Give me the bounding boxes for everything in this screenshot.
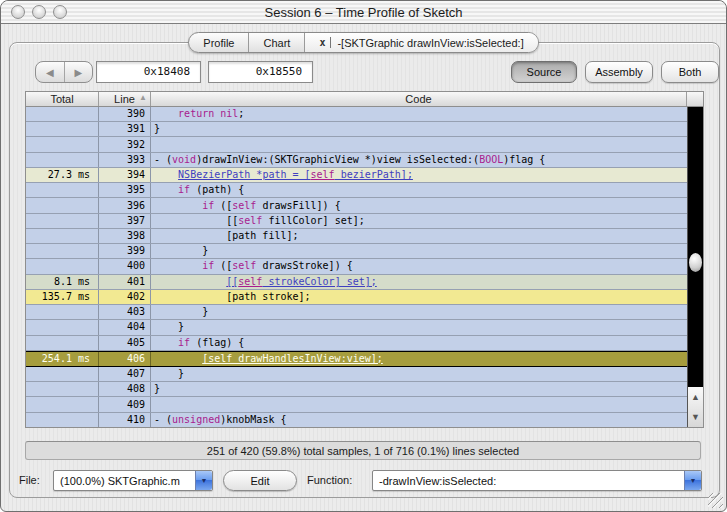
line-number-cell: 395 (99, 183, 151, 197)
code-cell: [path fill]; (151, 229, 687, 243)
total-time-cell (26, 259, 99, 273)
column-header-code[interactable]: Code (151, 92, 687, 106)
title-bar[interactable]: Session 6 – Time Profile of Sketch (1, 1, 726, 24)
line-number-cell: 408 (99, 382, 151, 396)
code-cell: - (unsigned)knobMask { (151, 413, 687, 427)
code-table-body: 390 return nil;391}392393- (void)drawInV… (26, 107, 687, 427)
table-row[interactable]: 392 (26, 137, 687, 152)
table-row[interactable]: 400 if ([self drawsStroke]) { (26, 259, 687, 274)
table-row[interactable]: 135.7 ms402 [path stroke]; (26, 290, 687, 305)
tab-profile[interactable]: Profile (189, 33, 249, 52)
zoom-window-icon[interactable] (53, 5, 67, 19)
file-dropdown-arrow-icon[interactable]: ▼ (195, 471, 212, 490)
table-row[interactable]: 409 (26, 397, 687, 412)
back-icon[interactable]: ◀ (36, 62, 65, 82)
forward-icon[interactable]: ▶ (65, 62, 93, 82)
close-window-icon[interactable] (11, 5, 25, 19)
code-cell (151, 137, 687, 151)
code-cell: } (151, 382, 687, 396)
code-cell: } (151, 320, 687, 334)
column-header-scrollbar-stub (687, 92, 703, 106)
code-cell: } (151, 305, 687, 319)
line-number-cell: 404 (99, 320, 151, 334)
close-tab-icon[interactable]: x (319, 37, 331, 48)
file-dropdown[interactable]: (100.0%) SKTGraphic.m ▼ (53, 470, 213, 491)
code-cell: if ([self drawsStroke]) { (151, 259, 687, 273)
footer-bar: File: (100.0%) SKTGraphic.m ▼ Edit Funct… (1, 470, 726, 492)
address-start-field[interactable]: 0x18408 (96, 61, 201, 83)
total-time-cell (26, 413, 99, 427)
total-time-cell (26, 229, 99, 243)
code-link[interactable]: NSBezierPath *path = [ (178, 168, 310, 182)
table-row[interactable]: 8.1 ms401 [[self strokeColor] set]; (26, 275, 687, 290)
code-table: Total Line ▲ Code 390 return nil;391}392… (25, 91, 704, 428)
function-dropdown[interactable]: -drawInView:isSelected: ▼ (372, 470, 702, 491)
window-title: Session 6 – Time Profile of Sketch (265, 5, 463, 20)
column-header-line[interactable]: Line ▲ (99, 92, 151, 106)
total-time-cell (26, 305, 99, 319)
code-cell: [self drawHandlesInView:view]; (151, 352, 687, 366)
address-end-field[interactable]: 0x18550 (208, 61, 313, 83)
file-dropdown-value: (100.0%) SKTGraphic.m (54, 475, 195, 487)
table-row[interactable]: 395 if (path) { (26, 183, 687, 198)
code-cell: if (flag) { (151, 336, 687, 350)
code-link[interactable]: strokeColor] set]; (262, 275, 376, 289)
table-row[interactable]: 403 } (26, 305, 687, 320)
table-row[interactable]: 393- (void)drawInView:(SKTGraphicView *)… (26, 153, 687, 168)
total-time-cell (26, 214, 99, 228)
table-row[interactable]: 390 return nil; (26, 107, 687, 122)
code-link[interactable]: self (311, 168, 335, 182)
code-cell: } (151, 122, 687, 136)
code-link[interactable]: self (238, 275, 262, 289)
scroll-down-icon[interactable]: ▼ (688, 407, 703, 427)
code-cell: } (151, 367, 687, 381)
code-cell: NSBezierPath *path = [self bezierPath]; (151, 168, 687, 182)
table-row[interactable]: 407 } (26, 367, 687, 382)
tab-strip: Profile Chart x -[SKTGraphic drawInView:… (1, 32, 726, 53)
total-time-cell (26, 320, 99, 334)
line-number-cell: 393 (99, 153, 151, 167)
app-window: Session 6 – Time Profile of Sketch Profi… (0, 0, 727, 512)
file-label: File: (19, 474, 40, 486)
line-number-cell: 397 (99, 214, 151, 228)
scrollbar-thumb[interactable] (689, 253, 702, 272)
table-row[interactable]: 410- (unsigned)knobMask { (26, 413, 687, 427)
both-button[interactable]: Both (661, 61, 719, 83)
line-number-cell: 407 (99, 367, 151, 381)
function-dropdown-value: -drawInView:isSelected: (373, 475, 684, 487)
code-link[interactable]: bezierPath]; (335, 168, 413, 182)
function-dropdown-arrow-icon[interactable]: ▼ (684, 471, 701, 490)
code-link[interactable]: [[ (226, 275, 238, 289)
total-time-cell (26, 107, 99, 121)
line-number-cell: 398 (99, 229, 151, 243)
table-row[interactable]: 396 if ([self drawsFill]) { (26, 198, 687, 213)
table-row[interactable]: 27.3 ms394 NSBezierPath *path = [self be… (26, 168, 687, 183)
scrollbar-track[interactable] (688, 107, 703, 387)
tab-chart[interactable]: Chart (249, 33, 305, 52)
code-cell: [[self fillColor] set]; (151, 214, 687, 228)
scroll-up-icon[interactable]: ▲ (688, 387, 703, 407)
code-cell: if ([self drawsFill]) { (151, 198, 687, 212)
total-time-cell: 254.1 ms (26, 352, 99, 366)
edit-button[interactable]: Edit (223, 470, 297, 491)
table-row[interactable]: 405 if (flag) { (26, 336, 687, 351)
table-row[interactable]: 399 } (26, 244, 687, 259)
tab-code-browser[interactable]: x -[SKTGraphic drawInView:isSelected:] (305, 33, 537, 52)
status-text: 251 of 420 (59.8%) total samples, 1 of 7… (207, 445, 519, 457)
total-time-cell (26, 153, 99, 167)
table-row[interactable]: 391} (26, 122, 687, 137)
code-link[interactable]: [self drawHandlesInView:view]; (202, 352, 383, 366)
minimize-window-icon[interactable] (32, 5, 46, 19)
column-header-total[interactable]: Total (26, 92, 99, 106)
resize-grip[interactable] (708, 493, 723, 508)
vertical-scrollbar[interactable]: ▲ ▼ (687, 107, 703, 427)
line-number-cell: 402 (99, 290, 151, 304)
table-row[interactable]: 397 [[self fillColor] set]; (26, 214, 687, 229)
source-button[interactable]: Source (511, 61, 577, 83)
table-row[interactable]: 408} (26, 382, 687, 397)
table-row[interactable]: 398 [path fill]; (26, 229, 687, 244)
table-row[interactable]: 254.1 ms406 [self drawHandlesInView:view… (26, 351, 687, 367)
total-time-cell (26, 397, 99, 411)
assembly-button[interactable]: Assembly (585, 61, 653, 83)
table-row[interactable]: 404 } (26, 320, 687, 335)
